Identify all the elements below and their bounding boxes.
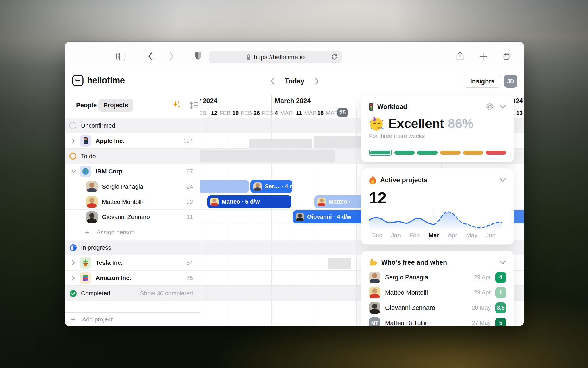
- next-period-button[interactable]: [315, 78, 319, 85]
- week-label: 4MAR: [275, 110, 293, 116]
- avatar: [210, 198, 219, 206]
- availability-badge: 4: [495, 272, 506, 283]
- logo-text: hellotime: [87, 75, 125, 86]
- chevron-right-icon[interactable]: [71, 275, 80, 281]
- chart-month-labels: Dec Jan Feb Mar Apr May Jun: [369, 232, 507, 240]
- gantt-bar-giovanni-sliver[interactable]: [514, 210, 524, 223]
- gantt-bar-sergio[interactable]: Ser… · 4 d/w: [250, 180, 292, 193]
- project-row-ibm[interactable]: IBM Corp. 67: [65, 164, 200, 179]
- ai-sparkles-icon[interactable]: [172, 101, 181, 110]
- week-segment[interactable]: [486, 151, 506, 155]
- availability-badge: 3.5: [495, 302, 506, 313]
- reload-icon[interactable]: [331, 53, 338, 61]
- plant-icon: [80, 257, 91, 269]
- workload-card: Workload Excellent 86%: [361, 95, 514, 162]
- gear-icon[interactable]: [486, 102, 494, 111]
- chevron-right-icon[interactable]: [71, 260, 80, 266]
- row-height-filter-icon[interactable]: [189, 101, 199, 110]
- today-button[interactable]: Today: [285, 77, 305, 85]
- flex-arm-emoji-icon: [369, 258, 378, 267]
- avatar: [86, 196, 98, 208]
- add-project-row[interactable]: + Add project: [65, 312, 200, 326]
- chevron-down-icon[interactable]: [71, 169, 80, 173]
- week-segment[interactable]: [463, 151, 483, 155]
- project-row-apple[interactable]: Apple Inc. 124: [65, 133, 200, 148]
- browser-toolbar: https://hellotime.io: [65, 42, 524, 70]
- chevron-right-icon[interactable]: [71, 138, 80, 144]
- plus-icon: +: [83, 228, 91, 237]
- avatar: [253, 182, 262, 191]
- gantt-bar-matteo-2[interactable]: Matteo ·: [314, 195, 363, 208]
- chevron-down-icon[interactable]: [499, 178, 506, 182]
- prev-period-button[interactable]: [270, 78, 274, 85]
- project-row-amazon[interactable]: Amazon Inc. 75: [65, 270, 200, 285]
- week-segment[interactable]: [417, 151, 438, 155]
- week-label: 12FEB: [211, 110, 231, 116]
- view-tabs: People Projects: [65, 91, 200, 118]
- person-row-giovanni[interactable]: Giovanni Zennaro 11: [65, 209, 200, 225]
- unconfirmed-icon: [69, 122, 76, 129]
- section-row-todo[interactable]: To do: [65, 148, 200, 164]
- show-completed-link[interactable]: Show 30 completed: [140, 290, 193, 297]
- tab-projects[interactable]: Projects: [98, 99, 133, 112]
- gantt-bar-label: Giovanni · 4 d/w: [307, 214, 351, 220]
- tab-overview-icon[interactable]: [502, 51, 512, 61]
- chevron-down-icon[interactable]: [499, 260, 506, 265]
- ghost-block: [249, 139, 312, 148]
- user-avatar[interactable]: JD: [504, 75, 517, 88]
- person-row-matteo[interactable]: Matteo Montolli 32: [65, 194, 200, 209]
- avatar: [317, 198, 326, 206]
- gantt-bar-matteo[interactable]: Matteo · 5 d/w: [207, 195, 291, 208]
- week-label-right-edge: 13MAY: [516, 110, 524, 116]
- traffic-light-emoji-icon: [369, 102, 374, 111]
- whos-free-card: Who's free and when Sergio Panagia 29 Ap…: [361, 251, 514, 326]
- card-title: Who's free and when: [381, 259, 447, 267]
- free-person-row[interactable]: Matteo Montolli 29 Apr 1: [361, 285, 514, 300]
- section-row-inprogress[interactable]: In progress: [65, 240, 200, 255]
- section-row-completed[interactable]: Completed Show 30 completed: [65, 285, 200, 301]
- avatar: [369, 302, 380, 314]
- section-row-unconfirmed[interactable]: Unconfirmed: [65, 118, 200, 133]
- share-icon[interactable]: [456, 51, 464, 61]
- privacy-shield-icon[interactable]: [194, 51, 202, 61]
- desktop-wallpaper: https://hellotime.io hellotime: [0, 0, 588, 368]
- week-segment[interactable]: [394, 151, 415, 155]
- plus-icon: +: [69, 315, 78, 324]
- chevron-down-icon[interactable]: [499, 104, 506, 109]
- gantt-bar-sergio-plan[interactable]: [196, 180, 249, 193]
- gantt-bar-label: Matteo ·: [329, 198, 351, 205]
- sidebar: People Projects Unconfirmed: [65, 91, 200, 326]
- project-row-tesla[interactable]: Tesla Inc. 54: [65, 255, 200, 270]
- person-row-sergio[interactable]: Sergio Panagia 24: [65, 179, 200, 194]
- date-navigation: Today: [266, 70, 323, 91]
- availability-badge: 1: [495, 287, 506, 298]
- sidebar-toggle-icon[interactable]: [116, 52, 126, 61]
- week-segment[interactable]: [440, 151, 461, 155]
- fire-emoji-icon: [369, 176, 376, 184]
- back-button[interactable]: [148, 52, 153, 61]
- workload-status: Excellent: [388, 116, 444, 131]
- hellotime-logo[interactable]: hellotime: [72, 74, 125, 87]
- free-person-row[interactable]: Sergio Panagia 29 Apr 4: [361, 270, 514, 285]
- forward-button[interactable]: [169, 52, 175, 61]
- new-tab-icon[interactable]: [479, 53, 487, 61]
- globe-icon: [80, 166, 91, 177]
- active-projects-chart: Dec Jan Feb Mar Apr May Jun: [369, 208, 507, 240]
- free-person-row[interactable]: Giovanni Zennaro 20 May 3.5: [361, 300, 514, 315]
- url-text: https://hellotime.io: [254, 53, 305, 61]
- insights-button[interactable]: Insights: [464, 75, 501, 88]
- app-header: hellotime Today Insights JD: [65, 70, 524, 91]
- todo-icon: [69, 153, 76, 160]
- gantt-bar-label: Ser… · 4 d/w: [265, 183, 292, 190]
- free-person-row[interactable]: MT Matteo Di Tullio 27 May 5: [361, 315, 514, 326]
- gantt-bar-giovanni[interactable]: Giovanni · 4 d/w: [293, 210, 363, 223]
- assign-person-row[interactable]: + Assign person: [65, 225, 200, 240]
- workload-percent: 86%: [448, 116, 473, 131]
- url-bar[interactable]: https://hellotime.io: [209, 51, 342, 63]
- workload-week-segments: [369, 150, 506, 156]
- tab-people[interactable]: People: [71, 99, 102, 112]
- avatar: [369, 272, 380, 283]
- week-segment-current[interactable]: [369, 150, 392, 156]
- inprogress-icon: [69, 244, 76, 251]
- party-face-emoji-icon: [368, 116, 384, 132]
